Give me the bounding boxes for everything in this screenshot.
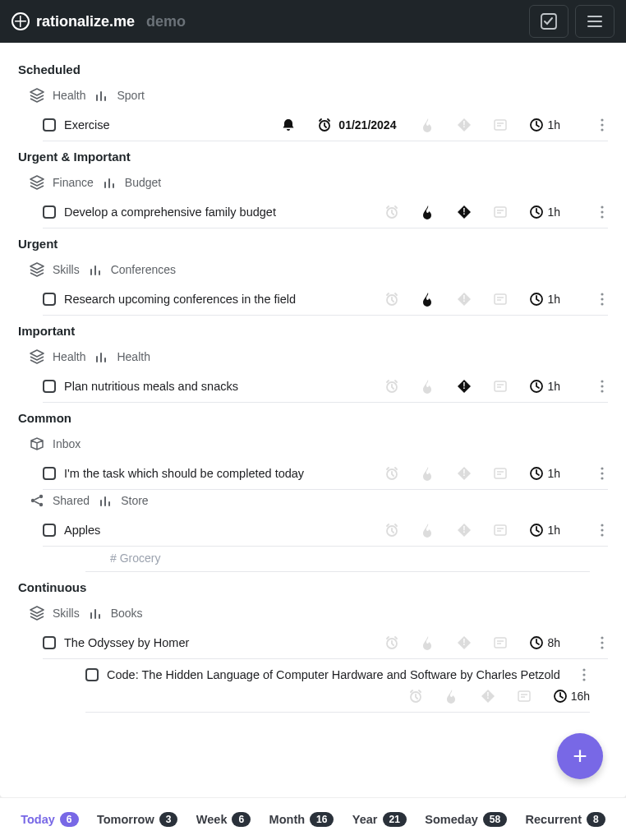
- note-icon: [517, 689, 532, 704]
- task-checkbox[interactable]: [43, 205, 56, 219]
- task-more-button[interactable]: [596, 635, 608, 650]
- task-row[interactable]: The Odyssey by Homer 8h: [43, 627, 608, 659]
- section-title: Urgent & Important: [0, 146, 626, 172]
- tab-count-badge: 21: [383, 812, 407, 827]
- task-checkbox[interactable]: [43, 293, 56, 306]
- app-header: rationalize.me demo: [0, 0, 626, 43]
- task-duration: 1h: [529, 292, 560, 307]
- category-secondary: Conferences: [111, 263, 176, 276]
- task-row[interactable]: Exercise 01/21/20241h: [43, 109, 608, 141]
- category-row[interactable]: SharedStore: [0, 490, 626, 515]
- fire-icon: [421, 635, 435, 650]
- task-checkbox[interactable]: [43, 467, 56, 480]
- category-secondary: Health: [117, 350, 150, 363]
- layers-icon: [30, 262, 44, 277]
- bottom-tabs: Today 6 Tomorrow 3 Week 6 Month 16 Year …: [0, 797, 626, 840]
- task-checkbox[interactable]: [43, 524, 56, 537]
- tab-tomorrow[interactable]: Tomorrow 3: [97, 812, 178, 827]
- note-icon: [493, 379, 508, 394]
- layers-icon: [30, 349, 44, 364]
- category-row[interactable]: SkillsConferences: [0, 259, 626, 284]
- bars-icon: [94, 88, 108, 103]
- brand[interactable]: rationalize.me demo: [12, 12, 186, 30]
- category-secondary: Budget: [125, 176, 161, 189]
- task-more-button[interactable]: [596, 523, 608, 538]
- tab-month[interactable]: Month 16: [269, 812, 334, 827]
- section: Urgent & ImportantFinanceBudget Develop …: [0, 146, 626, 228]
- note-icon: [493, 466, 508, 481]
- tab-label: Week: [196, 813, 228, 826]
- tab-label: Year: [352, 813, 378, 826]
- category-row[interactable]: SkillsBooks: [0, 602, 626, 627]
- task-more-button[interactable]: [596, 292, 608, 307]
- fire-icon: [421, 379, 435, 394]
- task-duration: 16h: [553, 689, 590, 704]
- alarm-icon: [384, 379, 399, 394]
- task-tag[interactable]: # Grocery: [85, 547, 590, 572]
- tab-today[interactable]: Today 6: [21, 812, 78, 827]
- tab-label: Tomorrow: [97, 813, 154, 826]
- category-primary: Shared: [53, 494, 90, 507]
- tab-count-badge: 6: [60, 812, 79, 827]
- task-row[interactable]: I'm the task which should be completed t…: [43, 458, 608, 490]
- task-row[interactable]: Code: The Hidden Language of Computer Ha…: [85, 659, 590, 682]
- category-row[interactable]: HealthSport: [0, 85, 626, 109]
- section: ContinuousSkillsBooks The Odyssey by Hom…: [0, 577, 626, 713]
- note-icon: [493, 118, 508, 132]
- clock-icon: [529, 205, 544, 219]
- add-task-button[interactable]: +: [557, 733, 603, 779]
- category-primary: Skills: [53, 263, 80, 276]
- alarm-icon: [384, 205, 399, 219]
- menu-button[interactable]: [575, 5, 614, 38]
- fire-icon: [421, 466, 435, 481]
- category-row[interactable]: HealthHealth: [0, 346, 626, 371]
- alarm-icon: [384, 292, 399, 307]
- tab-recurrent[interactable]: Recurrent 8: [526, 812, 605, 827]
- task-checkbox[interactable]: [85, 668, 99, 681]
- task-duration: 1h: [529, 379, 560, 394]
- important-icon: [457, 466, 472, 481]
- task-more-button[interactable]: [596, 466, 608, 481]
- important-icon: [457, 523, 472, 538]
- task-row[interactable]: Plan nutritious meals and snacks 1h: [43, 371, 608, 403]
- task-title: Code: The Hidden Language of Computer Ha…: [107, 668, 564, 681]
- tab-someday[interactable]: Someday 58: [425, 812, 507, 827]
- layers-icon: [30, 175, 44, 190]
- bars-icon: [88, 262, 103, 277]
- task-checkbox[interactable]: [43, 636, 56, 649]
- task-title: Research upcoming conferences in the fie…: [64, 293, 384, 306]
- tasks-button[interactable]: [529, 5, 568, 38]
- main-content: ScheduledHealthSport Exercise 01/21/2024…: [0, 43, 626, 797]
- fire-icon: [421, 118, 435, 132]
- category-row[interactable]: FinanceBudget: [0, 172, 626, 196]
- task-more-button[interactable]: [578, 667, 590, 682]
- clock-icon: [529, 635, 544, 650]
- category-secondary: Books: [111, 607, 143, 620]
- task-row[interactable]: Apples 1h: [43, 515, 608, 547]
- fire-icon: [421, 292, 435, 307]
- note-icon: [493, 635, 508, 650]
- task-more-button[interactable]: [596, 118, 608, 132]
- task-more-button[interactable]: [596, 205, 608, 219]
- task-checkbox[interactable]: [43, 118, 56, 132]
- brand-name: rationalize.me: [36, 13, 135, 30]
- note-icon: [493, 292, 508, 307]
- clock-icon: [553, 689, 568, 704]
- task-duration: 1h: [529, 205, 560, 219]
- task-checkbox[interactable]: [43, 380, 56, 393]
- category-secondary: Sport: [117, 89, 144, 102]
- bars-icon: [94, 349, 108, 364]
- task-row[interactable]: Research upcoming conferences in the fie…: [43, 284, 608, 316]
- category-row[interactable]: Inbox: [0, 433, 626, 458]
- task-row[interactable]: Develop a comprehensive family budget 1h: [43, 196, 608, 228]
- alarm-icon: [384, 466, 399, 481]
- section: UrgentSkillsConferences Research upcomin…: [0, 233, 626, 316]
- tab-count-badge: 8: [587, 812, 605, 827]
- task-more-button[interactable]: [596, 379, 608, 394]
- tab-year[interactable]: Year 21: [352, 812, 407, 827]
- important-icon: [457, 292, 472, 307]
- note-icon: [493, 205, 508, 219]
- layers-icon: [30, 88, 44, 103]
- tab-label: Today: [21, 813, 55, 826]
- tab-week[interactable]: Week 6: [196, 812, 251, 827]
